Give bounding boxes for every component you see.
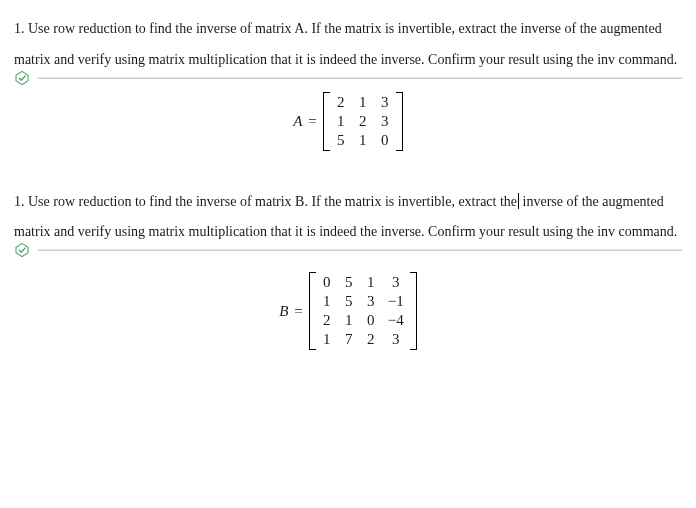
matrix-a-equation: A = 213 123 510 [14, 92, 682, 151]
matrix-a-label: A [293, 113, 302, 130]
check-icon [14, 70, 30, 86]
matrix-a-grid: 213 123 510 [330, 92, 396, 151]
document-page: 1. Use row reduction to find the inverse… [0, 0, 696, 350]
code-separator-b [38, 249, 682, 251]
check-icon [14, 242, 30, 258]
matrix-a-brackets: 213 123 510 [323, 92, 403, 151]
equals-sign: = [294, 303, 302, 320]
matrix-b-grid: 0513 153−1 210−4 1723 [316, 272, 410, 350]
code-separator-a [38, 77, 682, 79]
matrix-b-equation: B = 0513 153−1 210−4 1723 [14, 272, 682, 350]
matrix-b-label: B [279, 303, 288, 320]
equals-sign: = [308, 113, 316, 130]
matrix-b-brackets: 0513 153−1 210−4 1723 [309, 272, 417, 350]
problem-b-text[interactable]: 1. Use row reduction to find the inverse… [14, 187, 682, 249]
problem-a-text: 1. Use row reduction to find the inverse… [14, 14, 682, 76]
text-caret [518, 193, 519, 209]
